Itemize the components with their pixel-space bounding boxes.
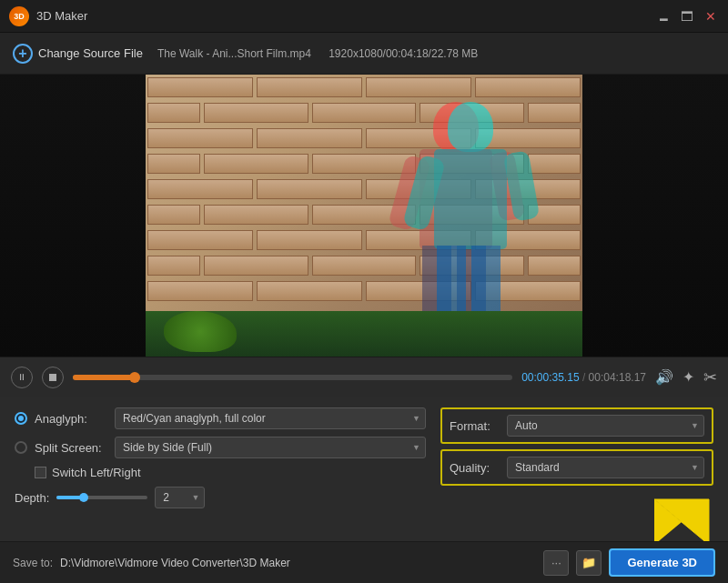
title-bar-controls: 🗕 🗖 ✕ bbox=[655, 8, 719, 25]
close-button[interactable]: ✕ bbox=[703, 8, 719, 25]
time-separator: / bbox=[582, 371, 585, 384]
video-preview bbox=[0, 75, 728, 357]
split-screen-label: Split Screen: bbox=[35, 441, 107, 455]
time-current: 00:00:35.15 bbox=[521, 371, 579, 384]
ellipsis-button[interactable]: ··· bbox=[543, 550, 569, 576]
app-title: 3D Maker bbox=[36, 9, 87, 23]
sparkle-icon[interactable]: ✦ bbox=[682, 368, 694, 386]
title-bar-left: 3D 3D Maker bbox=[9, 6, 87, 26]
anaglyph-label: Anaglyph: bbox=[35, 412, 107, 426]
bottom-bar: Save to: D:\Vidmore\Vidmore Video Conver… bbox=[0, 541, 728, 583]
right-settings: Format: Auto MP4 AVI MKV Quality: Standa… bbox=[440, 407, 713, 549]
anaglyph-select-wrapper: Red/Cyan anaglyph, full color Red/Cyan a… bbox=[115, 407, 426, 429]
save-path: D:\Vidmore\Vidmore Video Converter\3D Ma… bbox=[60, 557, 536, 569]
ground-area bbox=[146, 311, 582, 357]
maximize-button[interactable]: 🗖 bbox=[679, 8, 695, 25]
depth-row: Depth: 1 2 3 4 5 bbox=[15, 487, 426, 508]
change-source-button[interactable]: + Change Source File bbox=[13, 44, 143, 64]
add-icon: + bbox=[13, 44, 33, 64]
depth-select-wrapper: 1 2 3 4 5 bbox=[155, 487, 205, 508]
switch-row: Switch Left/Right bbox=[35, 466, 426, 479]
format-label: Format: bbox=[450, 419, 500, 433]
depth-knob[interactable] bbox=[79, 493, 88, 502]
quality-label: Quality: bbox=[450, 461, 500, 475]
generate-3d-button[interactable]: Generate 3D bbox=[609, 548, 715, 577]
scene-container bbox=[146, 75, 582, 357]
quality-row: Quality: Standard High Ultra bbox=[440, 449, 713, 486]
change-source-label: Change Source File bbox=[38, 46, 143, 60]
quality-select[interactable]: Standard High Ultra bbox=[507, 457, 704, 478]
format-select[interactable]: Auto MP4 AVI MKV bbox=[507, 415, 704, 437]
minimize-button[interactable]: 🗕 bbox=[655, 8, 672, 25]
folder-button[interactable]: 📁 bbox=[576, 550, 602, 576]
left-settings: Anaglyph: Red/Cyan anaglyph, full color … bbox=[15, 407, 426, 549]
scissors-icon[interactable]: ✂ bbox=[703, 367, 717, 387]
title-bar: 3D 3D Maker 🗕 🗖 ✕ bbox=[0, 0, 728, 33]
anaglyph-select[interactable]: Red/Cyan anaglyph, full color Red/Cyan a… bbox=[115, 407, 426, 429]
app-icon: 3D bbox=[9, 6, 29, 26]
split-screen-radio[interactable] bbox=[15, 441, 27, 454]
split-screen-row: Split Screen: Side by Side (Full) Side b… bbox=[15, 437, 426, 458]
stop-icon bbox=[49, 374, 56, 381]
anaglyph-row: Anaglyph: Red/Cyan anaglyph, full color … bbox=[15, 407, 426, 429]
quality-select-wrapper: Standard High Ultra bbox=[507, 457, 704, 478]
volume-icon[interactable]: 🔊 bbox=[655, 368, 673, 386]
anaglyph-radio[interactable] bbox=[15, 412, 27, 425]
depth-label: Depth: bbox=[15, 491, 49, 505]
split-screen-select-wrapper: Side by Side (Full) Side by Side (Half) … bbox=[115, 437, 426, 458]
format-row: Format: Auto MP4 AVI MKV bbox=[440, 407, 713, 444]
file-name: The Walk - Ani...Short Film.mp4 1920x108… bbox=[157, 47, 478, 60]
time-display: 00:00:35.15 / 00:04:18.17 bbox=[521, 371, 646, 384]
switch-label: Switch Left/Right bbox=[52, 466, 141, 479]
format-select-wrapper: Auto MP4 AVI MKV bbox=[507, 415, 704, 437]
plant bbox=[164, 311, 237, 352]
pause-button[interactable]: ⏸ bbox=[11, 367, 33, 388]
settings-panel: Anaglyph: Red/Cyan anaglyph, full color … bbox=[0, 397, 728, 560]
progress-knob[interactable] bbox=[129, 372, 140, 383]
depth-select[interactable]: 1 2 3 4 5 bbox=[155, 487, 205, 508]
split-screen-select[interactable]: Side by Side (Full) Side by Side (Half) … bbox=[115, 437, 426, 458]
save-to-label: Save to: bbox=[13, 557, 53, 569]
time-total: 00:04:18.17 bbox=[589, 371, 646, 384]
progress-bar[interactable] bbox=[73, 375, 512, 380]
video-area bbox=[0, 75, 728, 357]
progress-fill bbox=[73, 375, 135, 380]
toolbar: + Change Source File The Walk - Ani...Sh… bbox=[0, 33, 728, 75]
switch-checkbox[interactable] bbox=[35, 467, 46, 478]
controls-bar: ⏸ 00:00:35.15 / 00:04:18.17 🔊 ✦ ✂ bbox=[0, 357, 728, 397]
depth-slider[interactable] bbox=[56, 496, 147, 499]
char-cyan-layer bbox=[413, 93, 531, 338]
stop-button[interactable] bbox=[42, 367, 64, 388]
character bbox=[410, 93, 528, 338]
